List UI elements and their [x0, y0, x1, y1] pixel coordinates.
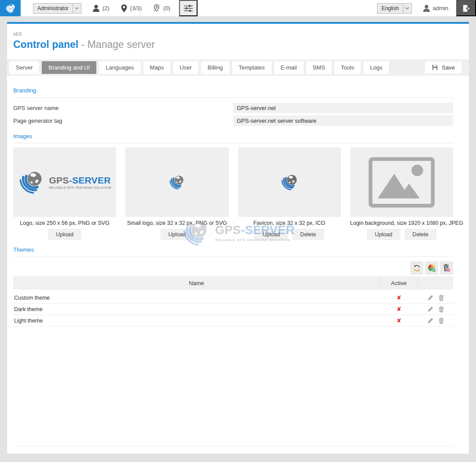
theme-name: Custom theme — [13, 295, 380, 301]
edit-pencil-icon[interactable] — [428, 318, 433, 324]
save-floppy-icon — [432, 64, 438, 71]
favicon-card: Favicon, size 32 x 32 px, ICO Upload Del… — [238, 147, 341, 240]
user-icon — [423, 5, 430, 12]
map-pin-icon — [121, 4, 127, 12]
favicon-caption: Favicon, size 32 x 32 px, ICO — [238, 220, 341, 226]
field-row: GPS server name — [13, 103, 453, 113]
favicon-upload-button[interactable]: Upload — [255, 229, 288, 240]
small-logo-caption: Small logo, size 32 x 32 px, PNG or SVG — [125, 220, 228, 226]
bottom-divider — [13, 446, 453, 447]
field-row: Page generator tag — [13, 115, 453, 126]
logo-card: GPS-SERVER RELIABLE GPS TRACKING SOLUTIO… — [13, 147, 116, 240]
delete-trash-icon[interactable] — [439, 295, 444, 301]
logo-preview: GPS-SERVER RELIABLE GPS TRACKING SOLUTIO… — [13, 147, 116, 217]
sync-icon — [413, 264, 421, 272]
small-logo-card: Small logo, size 32 x 32 px, PNG or SVG … — [125, 147, 228, 240]
theme-inactive-mark: ✘ — [380, 294, 418, 301]
tab-branding-and-ui[interactable]: Branding and UI — [42, 61, 96, 74]
role-select[interactable]: Administrator — [33, 3, 81, 14]
tab-tools[interactable]: Tools — [334, 61, 361, 74]
theme-inactive-mark: ✘ — [380, 317, 418, 324]
users-count: (2) — [103, 5, 110, 11]
themes-table: Name Active Custom theme ✘ Dark theme ✘ — [13, 276, 453, 326]
topbar: Administrator (2) (3/3) (0) English — [0, 0, 476, 16]
version-label: v3.0 — [13, 24, 453, 37]
settings-sliders-button[interactable] — [179, 0, 198, 16]
role-select-value: Administrator — [33, 4, 73, 13]
login-background-delete-button[interactable]: Delete — [405, 229, 436, 240]
language-select[interactable]: English — [377, 3, 411, 14]
page-title-sub: - Manage server — [81, 39, 155, 50]
logout-button[interactable] — [456, 0, 476, 16]
theme-name: Dark theme — [13, 306, 380, 312]
gps-server-name-input[interactable] — [233, 103, 453, 113]
branding-section-heading: Branding — [13, 87, 453, 98]
images-section-heading: Images — [13, 133, 453, 143]
refresh-themes-button[interactable] — [410, 261, 423, 275]
themes-toolbar — [13, 261, 453, 275]
page-body: v3.0 Control panel - Manage server Serve… — [0, 16, 476, 454]
tab-email[interactable]: E-mail — [274, 61, 304, 74]
column-header-name: Name — [13, 276, 380, 290]
column-header-active: Active — [380, 276, 418, 290]
logo-brand-text: GPS-SERVER — [49, 176, 111, 185]
logo-caption: Logo, size 250 x 56 px, PNG or SVG — [13, 220, 116, 226]
save-button[interactable]: Save — [425, 62, 461, 73]
delete-trash-icon[interactable] — [439, 318, 444, 324]
image-cards: GPS-SERVER RELIABLE GPS TRACKING SOLUTIO… — [13, 147, 453, 240]
objects-offline-counter[interactable]: (0) — [153, 4, 170, 12]
login-background-upload-button[interactable]: Upload — [367, 229, 400, 240]
theme-inactive-mark: ✘ — [380, 306, 418, 312]
small-logo-upload-button[interactable]: Upload — [161, 229, 194, 240]
favicon-delete-button[interactable]: Delete — [292, 229, 324, 240]
themes-table-header: Name Active — [13, 276, 453, 290]
tab-billing[interactable]: Billing — [201, 61, 230, 74]
globe-icon — [5, 3, 16, 14]
favicon-preview — [238, 147, 341, 217]
tab-server[interactable]: Server — [9, 61, 39, 74]
tab-maps[interactable]: Maps — [143, 61, 171, 74]
content-card: v3.0 Control panel - Manage server Serve… — [7, 22, 469, 454]
edit-pencil-icon[interactable] — [428, 306, 433, 312]
tab-bar: Server Branding and UI Languages Maps Us… — [7, 59, 469, 76]
tab-logs[interactable]: Logs — [363, 61, 389, 74]
login-background-preview — [350, 147, 453, 217]
gps-server-globe-icon — [18, 169, 44, 195]
theme-name: Light theme — [13, 318, 380, 324]
home-button[interactable] — [0, 0, 21, 16]
users-counter[interactable]: (2) — [93, 5, 110, 12]
logo-upload-button[interactable]: Upload — [48, 229, 81, 240]
page-generator-tag-input[interactable] — [233, 115, 453, 126]
login-background-caption: Login background, size 1920 x 1080 px, J… — [350, 220, 453, 226]
gps-server-logo: GPS-SERVER RELIABLE GPS TRACKING SOLUTIO… — [18, 169, 111, 195]
save-button-label: Save — [442, 64, 455, 71]
tab-languages[interactable]: Languages — [99, 61, 140, 74]
objects-online-counter[interactable]: (3/3) — [121, 4, 142, 12]
page-title: Control panel - Manage server — [13, 39, 453, 51]
table-row: Dark theme ✘ — [13, 304, 453, 315]
favicon-globe-icon — [280, 173, 299, 191]
tab-templates[interactable]: Templates — [232, 61, 271, 74]
color-wheel-plus-icon — [428, 264, 436, 272]
delete-themes-button[interactable] — [440, 261, 453, 275]
logout-icon — [462, 4, 470, 12]
column-header-actions — [418, 276, 453, 290]
logo-tagline: RELIABLE GPS TRACKING SOLUTION — [49, 186, 111, 189]
page-title-main: Control panel — [13, 39, 78, 50]
username: admin — [433, 5, 448, 11]
chevron-down-icon — [73, 4, 81, 13]
tab-user[interactable]: User — [173, 61, 198, 74]
image-placeholder-icon — [369, 157, 435, 208]
add-theme-button[interactable] — [425, 261, 438, 275]
table-row: Light theme ✘ — [13, 315, 453, 326]
current-user[interactable]: admin — [423, 5, 448, 12]
small-logo-preview — [125, 147, 228, 217]
user-icon — [93, 5, 99, 12]
map-pin-off-icon — [153, 4, 160, 12]
delete-trash-icon[interactable] — [439, 306, 444, 312]
objects-offline-count: (0) — [163, 5, 170, 11]
edit-pencil-icon[interactable] — [428, 295, 433, 301]
chevron-down-icon — [403, 4, 411, 13]
sliders-icon — [184, 5, 193, 12]
tab-sms[interactable]: SMS — [306, 61, 332, 74]
